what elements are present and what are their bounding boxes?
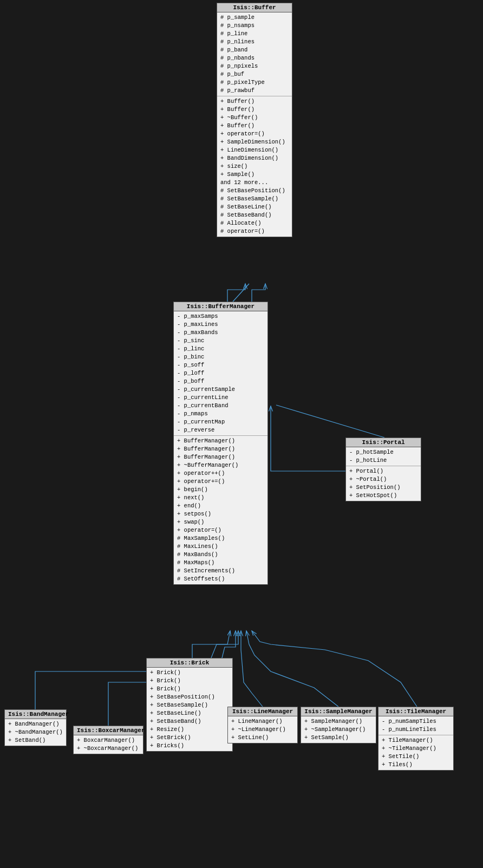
bufferManager-row: - p_maxBands [177, 329, 264, 337]
brick-row: + SetBasePosition() [150, 693, 229, 701]
diagram-container: Isis::Buffer# p_sample# p_nsamps# p_line… [0, 0, 483, 868]
buffer-row: # p_pixelType [220, 79, 289, 87]
buffer-row: # operator=() [220, 227, 289, 236]
bufferManager-row: - p_soff [177, 361, 264, 369]
bufferManager-row: # MaxSamples() [177, 534, 264, 543]
bufferManager-row: # MaxLines() [177, 543, 264, 551]
buffer-row: + Sample() [220, 171, 289, 179]
brick-row: + Brick() [150, 677, 229, 685]
tileManager-row: + SetTile() [382, 753, 450, 761]
bufferManager-row: - p_boff [177, 377, 264, 386]
bufferManager-section-0: - p_maxSamps- p_maxLines- p_maxBands- p_… [174, 311, 267, 436]
brick-row: + Bricks() [150, 742, 229, 750]
lineManager-row: + SetLine() [231, 734, 294, 742]
brick-row: + Brick() [150, 669, 229, 677]
brick-row: + SetBaseLine() [150, 709, 229, 717]
portal-section-1: + Portal()+ ~Portal()+ SetPosition()+ Se… [346, 466, 421, 501]
bufferManager-title: Isis::BufferManager [174, 302, 267, 311]
buffer-row: # p_buf [220, 70, 289, 79]
bufferManager-row: - p_maxSamps [177, 312, 264, 321]
bufferManager-row: - p_reverse [177, 426, 264, 434]
tileManager-row: + ~TileManager() [382, 745, 450, 753]
bufferManager-row: - p_linc [177, 345, 264, 353]
bufferManager-section-1: + BufferManager()+ BufferManager()+ Buff… [174, 436, 267, 584]
buffer-row: and 12 more... [220, 179, 289, 187]
uml-box-portal: Isis::Portal- p_hotSample- p_hotLine+ Po… [345, 438, 421, 501]
bufferManager-row: - p_currentBand [177, 402, 264, 410]
bufferManager-row: - p_currentSample [177, 386, 264, 394]
buffer-row: + BandDimension() [220, 154, 289, 162]
lineManager-section-0: + LineManager()+ ~LineManager()+ SetLine… [228, 716, 297, 743]
buffer-row: # SetBaseLine() [220, 203, 289, 211]
uml-box-tileManager: Isis::TileManager- p_numSampTiles- p_num… [378, 707, 454, 771]
uml-box-brick: Isis::Brick+ Brick()+ Brick()+ Brick()+ … [146, 658, 233, 752]
bufferManager-row: - p_nmaps [177, 410, 264, 418]
portal-section-0: - p_hotSample- p_hotLine [346, 447, 421, 466]
lineManager-row: + LineManager() [231, 717, 294, 726]
bufferManager-row: + next() [177, 494, 264, 502]
buffer-row: + Buffer() [220, 97, 289, 106]
buffer-row: + size() [220, 162, 289, 171]
boxcarManager-row: + ~BoxcarManager() [77, 745, 140, 753]
bufferManager-row: - p_binc [177, 353, 264, 361]
tileManager-title: Isis::TileManager [378, 707, 453, 716]
bufferManager-row: # MaxBands() [177, 551, 264, 559]
bufferManager-row: + ~BufferManager() [177, 461, 264, 469]
buffer-row: + operator=() [220, 130, 289, 138]
brick-row: + Resize() [150, 726, 229, 734]
lineManager-title: Isis::LineManager [228, 707, 297, 716]
buffer-row: # SetBasePosition() [220, 187, 289, 195]
sampleManager-row: + SampleManager() [304, 717, 373, 726]
bufferManager-row: + BufferManager() [177, 453, 264, 461]
boxcarManager-section-0: + BoxcarManager()+ ~BoxcarManager() [74, 735, 143, 754]
buffer-row: # p_sample [220, 14, 289, 22]
portal-row: + SetHotSpot() [349, 492, 417, 500]
buffer-row: + SampleDimension() [220, 138, 289, 146]
portal-row: + Portal() [349, 467, 417, 475]
tileManager-section-1: + TileManager()+ ~TileManager()+ SetTile… [378, 735, 453, 770]
bandManager-row: + SetBand() [8, 736, 63, 745]
tileManager-row: - p_numSampTiles [382, 717, 450, 726]
bufferManager-row: - p_currentLine [177, 394, 264, 402]
bufferManager-row: + begin() [177, 486, 264, 494]
buffer-row: # SetBaseSample() [220, 195, 289, 203]
bufferManager-row: # SetOffsets() [177, 575, 264, 583]
bufferManager-row: # SetIncrements() [177, 567, 264, 575]
uml-box-bandManager: Isis::BandManager+ BandManager()+ ~BandM… [4, 709, 67, 746]
boxcarManager-title: Isis::BoxcarManager [74, 726, 143, 735]
svg-line-1 [276, 405, 384, 438]
buffer-row: # Allocate() [220, 219, 289, 227]
portal-row: + SetPosition() [349, 484, 417, 492]
bandManager-row: + BandManager() [8, 720, 63, 728]
portal-row: + ~Portal() [349, 475, 417, 484]
buffer-row: # p_nsamps [220, 22, 289, 30]
sampleManager-row: + SetSample() [304, 734, 373, 742]
bufferManager-row: + swap() [177, 518, 264, 526]
bufferManager-row: + end() [177, 502, 264, 510]
brick-section-0: + Brick()+ Brick()+ Brick()+ SetBasePosi… [147, 668, 232, 751]
tileManager-row: + Tiles() [382, 761, 450, 769]
tileManager-row: + TileManager() [382, 736, 450, 745]
buffer-row: # p_nbands [220, 54, 289, 62]
portal-row: - p_hotSample [349, 448, 417, 456]
buffer-row: + Buffer() [220, 106, 289, 114]
lineManager-row: + ~LineManager() [231, 726, 294, 734]
bufferManager-row: + BufferManager() [177, 437, 264, 445]
brick-row: + SetBrick() [150, 734, 229, 742]
bufferManager-row: + BufferManager() [177, 445, 264, 453]
uml-box-lineManager: Isis::LineManager+ LineManager()+ ~LineM… [227, 707, 298, 743]
tileManager-section-0: - p_numSampTiles- p_numLineTiles [378, 716, 453, 735]
buffer-row: # p_band [220, 46, 289, 54]
buffer-section-0: # p_sample# p_nsamps# p_line# p_nlines# … [217, 12, 292, 96]
bufferManager-row: + operator++() [177, 469, 264, 478]
sampleManager-row: + ~SampleManager() [304, 726, 373, 734]
buffer-row: # p_nlines [220, 38, 289, 46]
brick-row: + Brick() [150, 685, 229, 693]
buffer-row: # SetBaseBand() [220, 211, 289, 219]
svg-line-0 [233, 284, 249, 302]
uml-box-bufferManager: Isis::BufferManager- p_maxSamps- p_maxLi… [173, 302, 268, 585]
bufferManager-row: - p_sinc [177, 337, 264, 345]
uml-box-buffer: Isis::Buffer# p_sample# p_nsamps# p_line… [217, 3, 292, 237]
brick-row: + SetBaseSample() [150, 701, 229, 709]
bandManager-row: + ~BandManager() [8, 728, 63, 736]
